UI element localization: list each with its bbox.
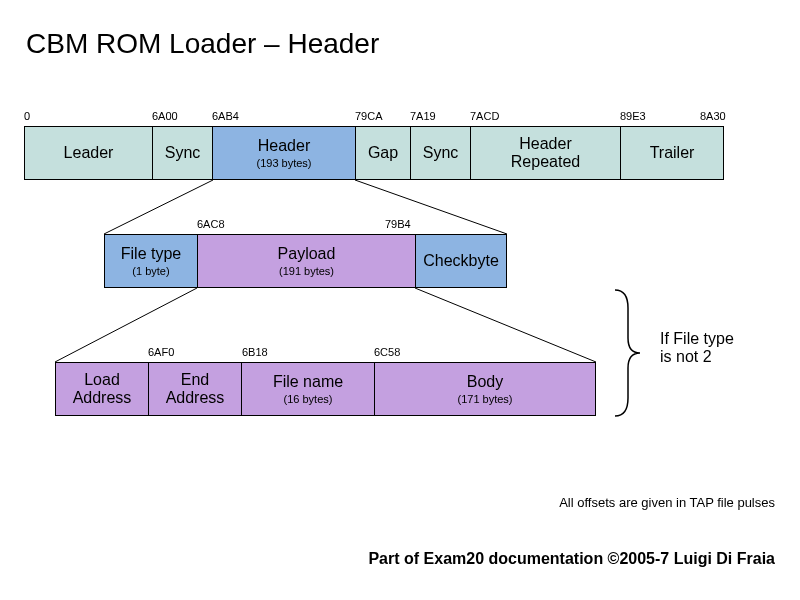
- offset-label: 6A00: [152, 110, 178, 122]
- offset-label: 8A30: [700, 110, 726, 122]
- cell-header: Header(193 bytes): [213, 127, 356, 179]
- offset-label: 6C58: [374, 346, 400, 358]
- cell-header-repeated: HeaderRepeated: [471, 127, 621, 179]
- connector-lines: [0, 0, 800, 600]
- cell-checkbyte: Checkbyte: [416, 235, 506, 287]
- cell-label: Trailer: [650, 144, 695, 162]
- cell-label: Sync: [423, 144, 459, 162]
- cell-label: File name: [273, 373, 343, 391]
- cell-sub: (191 bytes): [279, 265, 334, 277]
- offset-label: 6AC8: [197, 218, 225, 230]
- page-title: CBM ROM Loader – Header: [26, 28, 379, 60]
- offset-label: 7ACD: [470, 110, 499, 122]
- svg-line-1: [355, 180, 507, 234]
- cell-label: LoadAddress: [73, 371, 132, 406]
- cell-label: Gap: [368, 144, 398, 162]
- cell-label: Header: [258, 137, 310, 155]
- cell-payload: Payload(191 bytes): [198, 235, 416, 287]
- offset-label: 6AB4: [212, 110, 239, 122]
- offset-label: 0: [24, 110, 30, 122]
- annotation-filetype: If File typeis not 2: [660, 330, 734, 366]
- brace-icon: [610, 288, 650, 418]
- cell-gap: Gap: [356, 127, 411, 179]
- cell-sync2: Sync: [411, 127, 471, 179]
- offset-label: 7A19: [410, 110, 436, 122]
- cell-label: Checkbyte: [423, 252, 499, 270]
- cell-body: Body(171 bytes): [375, 363, 595, 415]
- cell-filename: File name(16 bytes): [242, 363, 375, 415]
- offset-label: 89E3: [620, 110, 646, 122]
- row-top: Leader Sync Header(193 bytes) Gap Sync H…: [24, 126, 724, 180]
- cell-label: Payload: [278, 245, 336, 263]
- cell-sub: (1 byte): [132, 265, 169, 277]
- cell-end-addr: EndAddress: [149, 363, 242, 415]
- footer-credit: Part of Exam20 documentation ©2005-7 Lui…: [368, 550, 775, 568]
- cell-sub: (16 bytes): [284, 393, 333, 405]
- cell-load-addr: LoadAddress: [56, 363, 149, 415]
- cell-label: HeaderRepeated: [511, 135, 580, 170]
- svg-line-3: [415, 288, 596, 362]
- note-offsets: All offsets are given in TAP file pulses: [559, 495, 775, 510]
- cell-sub: (171 bytes): [457, 393, 512, 405]
- cell-sync: Sync: [153, 127, 213, 179]
- svg-line-2: [55, 288, 197, 362]
- cell-trailer: Trailer: [621, 127, 723, 179]
- row-middle: File type(1 byte) Payload(191 bytes) Che…: [104, 234, 507, 288]
- offset-label: 79B4: [385, 218, 411, 230]
- offset-label: 6B18: [242, 346, 268, 358]
- row-bottom: LoadAddress EndAddress File name(16 byte…: [55, 362, 596, 416]
- cell-label: EndAddress: [166, 371, 225, 406]
- cell-label: File type: [121, 245, 181, 263]
- cell-leader: Leader: [25, 127, 153, 179]
- offset-label: 79CA: [355, 110, 383, 122]
- cell-label: Body: [467, 373, 503, 391]
- cell-label: Leader: [64, 144, 114, 162]
- cell-label: Sync: [165, 144, 201, 162]
- cell-sub: (193 bytes): [256, 157, 311, 169]
- offset-label: 6AF0: [148, 346, 174, 358]
- cell-filetype: File type(1 byte): [105, 235, 198, 287]
